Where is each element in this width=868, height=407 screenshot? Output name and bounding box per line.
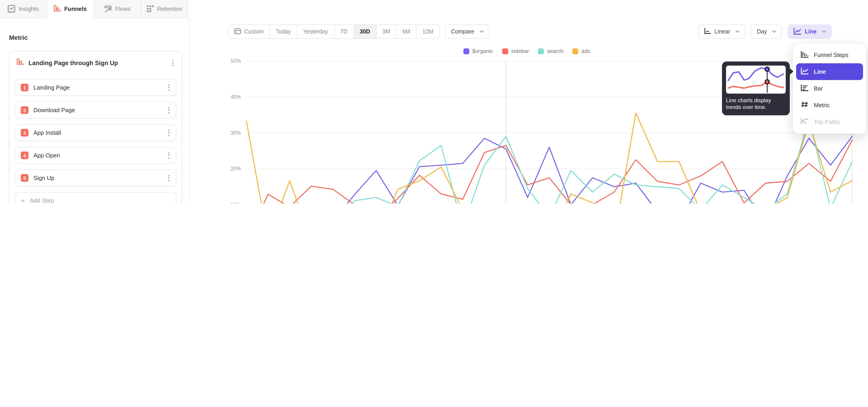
step-number-badge: 4 bbox=[21, 152, 29, 159]
menu-item-line[interactable]: Line bbox=[796, 63, 863, 80]
metric-icon bbox=[801, 101, 809, 109]
tab-insights[interactable]: Insights bbox=[0, 0, 47, 18]
range-6m[interactable]: 6M bbox=[397, 25, 416, 38]
legend-item-ads[interactable]: ads bbox=[572, 48, 590, 54]
legend-item-sidebar[interactable]: sidebar bbox=[502, 48, 529, 54]
menu-item-top-paths: Top Paths bbox=[796, 114, 863, 130]
y-tick-label: 10% bbox=[230, 202, 241, 204]
range-label: 6M bbox=[402, 29, 410, 35]
legend-label: $organic bbox=[472, 48, 493, 54]
funnel-step-1[interactable]: 1Landing Page bbox=[15, 79, 176, 96]
funnel-step-2[interactable]: 2Download Page bbox=[15, 102, 176, 119]
step-kebab-icon[interactable] bbox=[166, 83, 171, 92]
range-label: 12M bbox=[423, 29, 434, 35]
plus-icon: + bbox=[21, 197, 25, 204]
menu-item-funnel-steps[interactable]: Funnel Steps bbox=[796, 46, 863, 63]
chart-type-dropdown-button[interactable]: Line bbox=[788, 24, 832, 39]
metric-section-heading: Metric bbox=[9, 34, 182, 41]
funnel-metric-kebab-icon[interactable] bbox=[170, 58, 176, 68]
menu-item-label: Line bbox=[814, 68, 826, 75]
scale-dropdown-button[interactable]: Linear bbox=[698, 24, 746, 39]
chevron-down-icon bbox=[736, 30, 740, 33]
y-tick-label: 20% bbox=[230, 166, 241, 171]
tab-label: Funnels bbox=[64, 5, 87, 12]
funnel-metric-card: Landing Page through Sign Up 1Landing Pa… bbox=[9, 51, 182, 204]
funnels-icon bbox=[54, 5, 61, 13]
legend-item-search[interactable]: search bbox=[538, 48, 563, 54]
step-number-badge: 3 bbox=[21, 129, 29, 136]
y-tick-label: 30% bbox=[230, 130, 241, 136]
top-paths-icon bbox=[801, 118, 809, 126]
series-organic-line bbox=[246, 136, 852, 204]
range-7d[interactable]: 7D bbox=[334, 25, 354, 38]
insights-icon bbox=[8, 5, 16, 13]
tab-retention[interactable]: Retention bbox=[141, 0, 188, 18]
linear-axis-icon bbox=[704, 28, 711, 36]
metric-heading-label: Metric bbox=[9, 34, 28, 41]
funnel-step-3[interactable]: 3App Install bbox=[15, 124, 176, 141]
add-step-button[interactable]: + Add Step bbox=[15, 192, 176, 204]
tab-label: Flows bbox=[115, 5, 131, 12]
line-icon bbox=[801, 67, 809, 76]
bar-icon bbox=[801, 84, 809, 93]
step-number-badge: 2 bbox=[21, 106, 29, 114]
report-tabbar: InsightsFunnelsFlowsRetention bbox=[0, 0, 188, 18]
menu-item-metric[interactable]: Metric bbox=[796, 97, 863, 114]
range-label: Today bbox=[276, 29, 291, 35]
range-3m[interactable]: 3M bbox=[376, 25, 397, 38]
legend-swatch bbox=[572, 48, 578, 54]
compare-button[interactable]: Compare bbox=[445, 24, 490, 39]
series-sidebar-line bbox=[246, 140, 852, 204]
step-number-badge: 5 bbox=[21, 174, 29, 182]
funnel-metric-header[interactable]: Landing Page through Sign Up bbox=[15, 52, 176, 73]
chart-legend: $organicsidebarsearchads bbox=[246, 48, 807, 54]
chevron-down-icon bbox=[822, 30, 826, 33]
chart-type-label: Line bbox=[805, 29, 816, 35]
query-builder-sidebar: Metric Landing Page through Sign Up 1Lan… bbox=[0, 18, 190, 204]
calendar-icon bbox=[234, 28, 241, 36]
range-today[interactable]: Today bbox=[270, 25, 297, 38]
tab-label: Retention bbox=[157, 5, 182, 12]
interval-label: Day bbox=[757, 29, 767, 35]
legend-item-organic[interactable]: $organic bbox=[463, 48, 493, 54]
menu-item-label: Metric bbox=[814, 102, 830, 108]
chart-type-menu: Funnel StepsLineBarMetricTop Paths bbox=[793, 43, 867, 134]
scale-label: Linear bbox=[715, 29, 730, 35]
menu-item-label: Funnel Steps bbox=[814, 52, 848, 58]
legend-label: search bbox=[547, 48, 563, 54]
funnel-metric-title: Landing Page through Sign Up bbox=[29, 60, 166, 66]
series-ads-line bbox=[246, 113, 852, 204]
funnel-step-5[interactable]: 5Sign Up bbox=[15, 169, 176, 186]
menu-item-label: Bar bbox=[814, 85, 823, 92]
menu-item-bar[interactable]: Bar bbox=[796, 80, 863, 97]
tab-flows[interactable]: Flows bbox=[94, 0, 141, 18]
legend-label: sidebar bbox=[511, 48, 529, 54]
legend-swatch bbox=[502, 48, 508, 54]
interval-dropdown-button[interactable]: Day bbox=[751, 24, 782, 39]
step-label: Download Page bbox=[33, 107, 161, 114]
range-12m[interactable]: 12M bbox=[416, 25, 439, 38]
range-custom[interactable]: Custom bbox=[228, 25, 270, 38]
compare-label: Compare bbox=[451, 29, 474, 35]
range-label: 3M bbox=[382, 29, 390, 35]
line-chart-icon bbox=[794, 27, 802, 36]
step-kebab-icon[interactable] bbox=[166, 173, 171, 183]
legend-swatch bbox=[463, 48, 469, 54]
tooltip-arrow bbox=[789, 68, 794, 75]
range-30d[interactable]: 30D bbox=[354, 25, 376, 38]
step-number-badge: 1 bbox=[21, 84, 29, 91]
add-step-label: Add Step bbox=[30, 197, 54, 204]
tab-funnels[interactable]: Funnels bbox=[47, 0, 94, 18]
range-label: Custom bbox=[244, 29, 264, 35]
funnel-steps-icon bbox=[801, 51, 809, 59]
date-range-segmented-control: CustomTodayYesterday7D30D3M6M12M bbox=[228, 24, 440, 39]
step-kebab-icon[interactable] bbox=[166, 150, 171, 160]
range-label: 7D bbox=[340, 29, 347, 35]
flows-icon bbox=[104, 5, 112, 12]
step-kebab-icon[interactable] bbox=[166, 128, 171, 138]
funnel-step-4[interactable]: 4App Open bbox=[15, 147, 176, 164]
tooltip-caption: Line charts display trends over time. bbox=[726, 97, 786, 111]
line-option-tooltip: Line charts display trends over time. bbox=[722, 62, 790, 115]
range-yesterday[interactable]: Yesterday bbox=[297, 25, 334, 38]
step-kebab-icon[interactable] bbox=[166, 105, 171, 115]
